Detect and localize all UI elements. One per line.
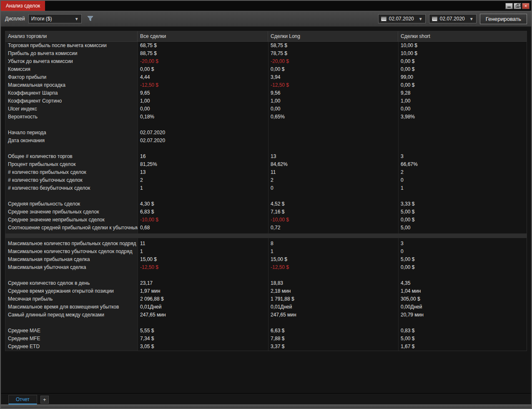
table-row[interactable]: Ulcer индекс0,000,000,00: [5, 105, 527, 113]
table-row[interactable]: Убыток до вычета комиссии-20,00 $-20,00 …: [5, 58, 527, 65]
minimize-button[interactable]: [505, 3, 513, 9]
generate-button[interactable]: Генерировать: [480, 14, 527, 24]
row-label: Начало периода: [5, 129, 138, 137]
display-label: Дисплей: [5, 16, 25, 22]
table-row[interactable]: Среднее время удержания открытой позиции…: [5, 287, 527, 295]
add-tab-button[interactable]: +: [40, 396, 49, 404]
row-value: 0,00 $: [398, 216, 527, 224]
row-value: 0,00 $: [398, 65, 527, 73]
table-row[interactable]: Торговая прибыль после вычета комиссии68…: [5, 42, 527, 50]
filter-button[interactable]: [85, 14, 96, 24]
close-icon: ×: [524, 4, 527, 8]
table-row[interactable]: Общее # количество торгов16133: [5, 153, 527, 161]
header-cell-analysis: Анализ торговли: [5, 31, 138, 41]
row-label: Максимальная убыточная сделка: [5, 263, 138, 271]
row-label: Среднее ETD: [5, 343, 138, 351]
row-value: [268, 129, 398, 137]
row-value: 1: [398, 184, 527, 192]
table-row[interactable]: Максимальное количество прибыльных сдело…: [5, 240, 527, 248]
row-value: 4,30 $: [138, 200, 268, 208]
row-value: 11: [138, 240, 268, 248]
row-label: Фактор прибыли: [5, 73, 138, 81]
row-value: 9,28: [398, 89, 527, 97]
row-value: [268, 137, 398, 145]
bottom-tab-bar: Отчет +: [1, 393, 531, 404]
row-value: 3,33 $: [398, 200, 527, 208]
date-to-picker[interactable]: 02.07.2020 ▼: [429, 14, 477, 23]
row-value: 9,65: [138, 89, 268, 97]
row-value: -20,00 $: [268, 58, 398, 65]
table-row[interactable]: # количество безубыточных сделок101: [5, 184, 527, 192]
row-value: 13: [138, 168, 268, 176]
table-spacer-row: [5, 192, 527, 200]
table-row[interactable]: Коэффициент Сортино1,001,001,00: [5, 97, 527, 105]
table-row[interactable]: Максимальная убыточная сделка-12,50 $-12…: [5, 263, 527, 271]
table-row[interactable]: # количество прибыльных сделок13112: [5, 168, 527, 176]
table-row[interactable]: # количество убыточных сделок220: [5, 176, 527, 184]
row-value: 0,68: [138, 224, 268, 232]
row-value: 7,16 $: [268, 208, 398, 216]
row-value: 3,98%: [398, 113, 527, 121]
table-row[interactable]: Максимальная прибыльная сделка15,00 $15,…: [5, 256, 527, 263]
table-spacer-row: [5, 319, 527, 327]
table-body: Торговая прибыль после вычета комиссии68…: [5, 42, 527, 351]
row-label: Вероятность: [5, 113, 138, 121]
close-button[interactable]: ×: [522, 3, 529, 9]
row-value: -10,00 $: [268, 216, 398, 224]
row-value: 7,34 $: [138, 335, 268, 343]
table-row[interactable]: Прибыль до вычета комиссии88,75 $78,75 $…: [5, 50, 527, 58]
row-value: 9,56: [268, 89, 398, 97]
row-value: 68,75 $: [138, 42, 268, 50]
display-select[interactable]: Итоги ($) ▼: [28, 14, 82, 23]
row-value: -12,50 $: [138, 263, 268, 271]
row-value: 4,44: [138, 73, 268, 81]
row-value: 20,79 мин: [398, 311, 527, 319]
report-table: Анализ торговли Все сделки Сделки Long С…: [5, 31, 527, 351]
table-row[interactable]: Процент прибыльных сделок81,25%84,62%66,…: [5, 161, 527, 168]
titlebar-drag-area[interactable]: [45, 1, 505, 11]
table-row[interactable]: Среднее ETD3,05 $3,37 $1,67 $: [5, 343, 527, 351]
row-value: 0,01Дней: [138, 303, 268, 311]
table-row[interactable]: Месячная прибыль2 096,88 $1 791,88 $305,…: [5, 295, 527, 303]
display-select-value: Итоги ($): [31, 16, 52, 22]
table-row[interactable]: Средняя прибыльность сделок4,30 $4,52 $3…: [5, 200, 527, 208]
table-row[interactable]: Комиссия0,00 $0,00 $0,00 $: [5, 65, 527, 73]
row-value: 0,00: [268, 105, 398, 113]
table-row[interactable]: Среднее значение неприбыльных сделок-10,…: [5, 216, 527, 224]
row-value: 1,04 мин: [398, 287, 527, 295]
table-row[interactable]: Среднее количество сделок в день23,1718,…: [5, 279, 527, 287]
row-value: 8: [268, 240, 398, 248]
row-value: 02.07.2020: [138, 137, 268, 145]
row-value: 99,00: [398, 73, 527, 81]
chevron-down-icon: ▼: [419, 17, 423, 21]
header-cell-short-trades: Сделки short: [398, 31, 527, 41]
row-label: Максимальное время для возмещения убытко…: [5, 303, 138, 311]
tab-report[interactable]: Отчет: [8, 395, 37, 404]
table-row[interactable]: Среднее MFE7,34 $7,88 $5,00 $: [5, 335, 527, 343]
restore-button[interactable]: [514, 3, 521, 9]
table-row[interactable]: Самый длинный период между сделками247,6…: [5, 311, 527, 319]
date-from-picker[interactable]: 02.07.2020 ▼: [378, 14, 426, 23]
table-row[interactable]: Коэффициент Шарпа9,659,569,28: [5, 89, 527, 97]
table-row[interactable]: Среднее MAE5,55 $6,63 $0,83 $: [5, 327, 527, 335]
table-row[interactable]: Дата окончания02.07.2020: [5, 137, 527, 145]
row-value: -12,50 $: [138, 81, 268, 89]
table-row[interactable]: Максимальная просадка-12,50 $-12,50 $0,0…: [5, 81, 527, 89]
table-row[interactable]: Соотношение средней прибыльной сделки к …: [5, 224, 527, 232]
row-label: Общее # количество торгов: [5, 153, 138, 161]
row-value: 3,05 $: [138, 343, 268, 351]
table-row[interactable]: Максимальное количество убыточных сделок…: [5, 248, 527, 256]
row-value: 0,65%: [268, 113, 398, 121]
funnel-icon: [87, 16, 93, 22]
window-title-tab[interactable]: Анализ сделок: [1, 1, 45, 11]
row-value: 15,00 $: [138, 256, 268, 263]
table-row[interactable]: Фактор прибыли4,443,9499,00: [5, 73, 527, 81]
row-value: 2: [268, 176, 398, 184]
row-value: 5,00: [398, 224, 527, 232]
row-value: 02.07.2020: [138, 129, 268, 137]
table-row[interactable]: Начало периода02.07.2020: [5, 129, 527, 137]
table-row[interactable]: Среднее значение прибыльных сделок6,83 $…: [5, 208, 527, 216]
table-row[interactable]: Максимальное время для возмещения убытко…: [5, 303, 527, 311]
row-value: 0,00: [138, 105, 268, 113]
table-row[interactable]: Вероятность0,18%0,65%3,98%: [5, 113, 527, 121]
